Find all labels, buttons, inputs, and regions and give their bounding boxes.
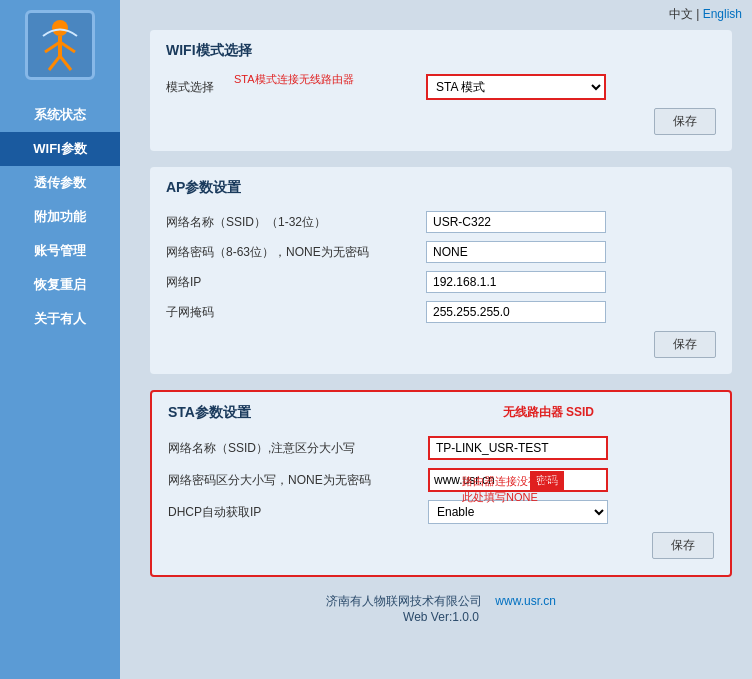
wifi-mode-section: WIFI模式选择 模式选择 STA模式连接无线路由器 AP 模式 STA 模式 … xyxy=(150,30,732,151)
arrow-annotation-line1: 路由器连接没有密码 xyxy=(462,474,561,489)
sta-params-title: STA参数设置 xyxy=(168,404,251,420)
sidebar-item-account-management[interactable]: 账号管理 xyxy=(0,234,120,268)
ap-ip-label: 网络IP xyxy=(166,274,426,291)
svg-line-2 xyxy=(45,42,60,52)
svg-line-4 xyxy=(49,56,60,70)
ap-ip-input[interactable] xyxy=(426,271,606,293)
sidebar-item-wifi-params[interactable]: WIFI参数 xyxy=(0,132,120,166)
ap-params-section: AP参数设置 网络名称（SSID）（1-32位） 网络密码（8-63位），NON… xyxy=(150,167,732,374)
sta-ssid-row: 网络名称（SSID）,注意区分大小写 xyxy=(168,436,714,460)
sidebar-nav: 系统状态 WIFI参数 透传参数 附加功能 账号管理 恢复重启 关于有人 xyxy=(0,98,120,336)
ap-subnet-label: 子网掩码 xyxy=(166,304,426,321)
wifi-mode-save-button[interactable]: 保存 xyxy=(654,108,716,135)
wifi-mode-title: WIFI模式选择 xyxy=(166,42,716,64)
svg-point-0 xyxy=(52,20,68,36)
ap-save-row: 保存 xyxy=(166,331,716,358)
sta-save-button[interactable]: 保存 xyxy=(652,532,714,559)
sidebar-item-about[interactable]: 关于有人 xyxy=(0,302,120,336)
mode-label: 模式选择 xyxy=(166,79,426,96)
ap-ssid-label: 网络名称（SSID）（1-32位） xyxy=(166,214,426,231)
sta-password-row: 网络密码区分大小写，NONE为无密码 密码 xyxy=(168,468,714,492)
main-content: WIFI模式选择 模式选择 STA模式连接无线路由器 AP 模式 STA 模式 … xyxy=(120,0,752,679)
sidebar-item-system-status[interactable]: 系统状态 xyxy=(0,98,120,132)
ap-ssid-input[interactable] xyxy=(426,211,606,233)
ap-ssid-row: 网络名称（SSID）（1-32位） xyxy=(166,211,716,233)
sta-params-section: STA参数设置 无线路由器 SSID 网络名称（SSID）,注意区分大小写 网络… xyxy=(150,390,732,577)
wifi-mode-save-row: 保存 xyxy=(166,108,716,135)
footer-company: 济南有人物联网技术有限公司 xyxy=(326,594,482,608)
sta-dhcp-row: DHCP自动获取IP Enable Disable xyxy=(168,500,714,524)
sidebar-item-transparent-params[interactable]: 透传参数 xyxy=(0,166,120,200)
ap-ip-row: 网络IP xyxy=(166,271,716,293)
footer: 济南有人物联网技术有限公司 www.usr.cn Web Ver:1.0.0 xyxy=(150,593,732,634)
svg-line-3 xyxy=(60,42,75,52)
arrow-annotation: 路由器连接没有密码 此处填写NONE xyxy=(462,474,561,505)
sta-password-label: 网络密码区分大小写，NONE为无密码 xyxy=(168,472,428,489)
chinese-lang[interactable]: 中文 xyxy=(669,7,693,21)
footer-website[interactable]: www.usr.cn xyxy=(495,594,556,608)
logo xyxy=(25,10,95,80)
mode-form-row: 模式选择 STA模式连接无线路由器 AP 模式 STA 模式 AP+STA 模式 xyxy=(166,74,716,100)
svg-line-5 xyxy=(60,56,71,70)
mode-select[interactable]: AP 模式 STA 模式 AP+STA 模式 xyxy=(426,74,606,100)
ap-subnet-input[interactable] xyxy=(426,301,606,323)
logo-icon xyxy=(35,18,85,73)
ap-password-label: 网络密码（8-63位），NONE为无密码 xyxy=(166,244,426,261)
sidebar: 系统状态 WIFI参数 透传参数 附加功能 账号管理 恢复重启 关于有人 xyxy=(0,0,120,679)
footer-version: Web Ver:1.0.0 xyxy=(403,610,479,624)
sta-save-row: 保存 xyxy=(168,532,714,559)
ap-subnet-row: 子网掩码 xyxy=(166,301,716,323)
ap-params-title: AP参数设置 xyxy=(166,179,716,201)
arrow-annotation-line2: 此处填写NONE xyxy=(462,490,561,505)
ap-password-input[interactable] xyxy=(426,241,606,263)
sta-ssid-label: 网络名称（SSID）,注意区分大小写 xyxy=(168,440,428,457)
sidebar-item-restore-restart[interactable]: 恢复重启 xyxy=(0,268,120,302)
sta-params-title-row: STA参数设置 无线路由器 SSID xyxy=(168,404,714,426)
ssid-annotation: 无线路由器 SSID xyxy=(503,404,594,421)
language-bar: 中文 | English xyxy=(669,6,742,23)
sta-ssid-input[interactable] xyxy=(428,436,608,460)
english-lang[interactable]: English xyxy=(703,7,742,21)
ap-save-button[interactable]: 保存 xyxy=(654,331,716,358)
ap-password-row: 网络密码（8-63位），NONE为无密码 xyxy=(166,241,716,263)
sta-dhcp-label: DHCP自动获取IP xyxy=(168,504,428,521)
sidebar-item-extra-functions[interactable]: 附加功能 xyxy=(0,200,120,234)
